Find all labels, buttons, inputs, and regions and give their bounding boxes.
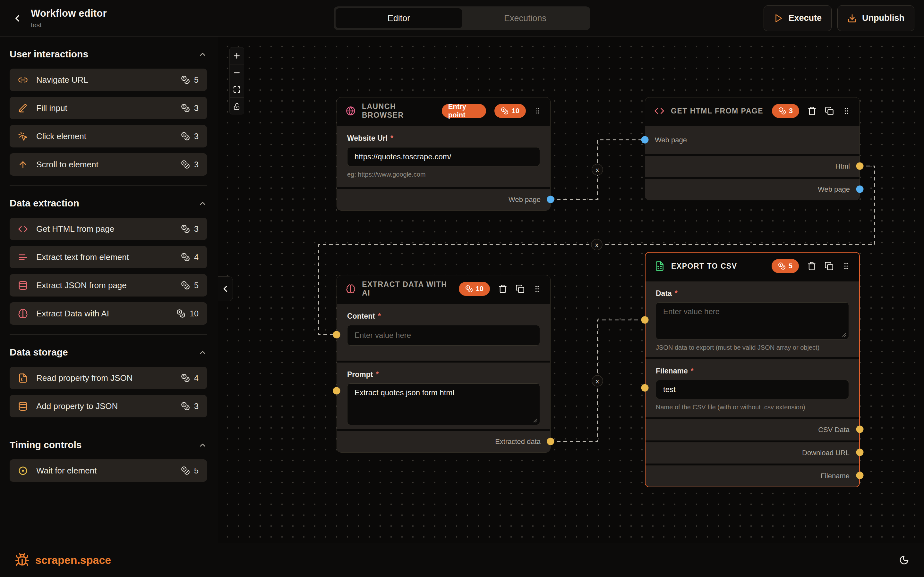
circle-dot-icon bbox=[18, 466, 28, 476]
palette-item-label: Add property to JSON bbox=[36, 401, 118, 411]
palette-item-label: Extract text from element bbox=[36, 252, 129, 262]
palette-item-get-html[interactable]: Get HTML from page 3 bbox=[10, 218, 207, 240]
duplicate-node-button[interactable] bbox=[825, 261, 834, 271]
view-tabs: Editor Executions bbox=[334, 6, 590, 30]
trash-icon bbox=[808, 106, 817, 115]
delete-node-button[interactable] bbox=[807, 261, 816, 271]
handle-extract-data-out[interactable] bbox=[547, 438, 554, 445]
palette-item-scroll-to-element[interactable]: Scroll to element 3 bbox=[10, 153, 207, 176]
node-field-prompt: Prompt* Extract quotes json form html bbox=[337, 363, 550, 429]
edge-delete-button[interactable]: x bbox=[592, 376, 603, 386]
handle-launch-webpage-out[interactable] bbox=[547, 196, 554, 203]
palette-item-add-property[interactable]: Add property to JSON 3 bbox=[10, 395, 207, 417]
palette-item-click-element[interactable]: Click element 3 bbox=[10, 125, 207, 147]
sidebar-collapse-button[interactable] bbox=[218, 276, 233, 301]
palette-item-extract-ai[interactable]: Extract Data with AI 10 bbox=[10, 302, 207, 325]
handle-csv-filename-out[interactable] bbox=[856, 472, 864, 479]
palette-item-fill-input[interactable]: Fill input 3 bbox=[10, 97, 207, 119]
handle-csv-data-in[interactable] bbox=[641, 316, 649, 324]
coins-icon bbox=[181, 160, 190, 169]
node-header[interactable]: GET HTML FROM PAGE 3 bbox=[645, 97, 859, 124]
execute-button[interactable]: Execute bbox=[764, 5, 832, 31]
section-title: Data storage bbox=[10, 347, 68, 358]
resize-handle-icon[interactable] bbox=[533, 418, 538, 423]
node-header[interactable]: LAUNCH BROWSER Entry point 10 bbox=[337, 97, 550, 124]
drag-handle-icon[interactable] bbox=[842, 107, 851, 115]
cost-count: 3 bbox=[194, 132, 199, 141]
edge-delete-button[interactable]: x bbox=[592, 164, 603, 175]
lock-toggle-button[interactable] bbox=[230, 97, 244, 114]
palette-item-navigate-url[interactable]: Navigate URL 5 bbox=[10, 69, 207, 91]
palette-item-wait-for-element[interactable]: Wait for element 5 bbox=[10, 459, 207, 482]
edge-delete-button[interactable]: x bbox=[591, 239, 602, 250]
node-extract-data-with-ai[interactable]: EXTRACT DATA WITH AI 10 Content* Enter v… bbox=[336, 275, 551, 453]
section-data-extraction[interactable]: Data extraction bbox=[10, 198, 207, 209]
workflow-canvas[interactable]: x x x LAUNCH BROWSER Entry point 10 bbox=[218, 37, 924, 543]
handle-csv-filename-in[interactable] bbox=[641, 384, 649, 392]
back-button[interactable] bbox=[10, 11, 25, 26]
zoom-in-button[interactable] bbox=[230, 47, 244, 64]
palette-item-extract-text[interactable]: Extract text from element 4 bbox=[10, 246, 207, 268]
output-extracted-data: Extracted data bbox=[337, 431, 550, 452]
handle-csv-csvdata-out[interactable] bbox=[856, 426, 864, 433]
chevron-up-icon[interactable] bbox=[198, 199, 207, 208]
node-header[interactable]: EXTRACT DATA WITH AI 10 bbox=[337, 276, 550, 302]
drag-handle-icon[interactable] bbox=[842, 262, 850, 270]
handle-gethtml-webpage-out[interactable] bbox=[856, 185, 864, 193]
top-bar: Workflow editor test Editor Executions E… bbox=[0, 0, 924, 37]
palette-item-label: Extract Data with AI bbox=[36, 309, 109, 319]
website-url-input[interactable]: https://quotes.toscrape.com/ bbox=[347, 147, 540, 166]
zoom-out-button[interactable] bbox=[230, 64, 244, 81]
tab-editor[interactable]: Editor bbox=[336, 8, 462, 28]
section-timing-controls[interactable]: Timing controls bbox=[10, 440, 207, 450]
palette-item-read-property[interactable]: Read property from JSON 4 bbox=[10, 367, 207, 389]
handle-gethtml-html-out[interactable] bbox=[856, 163, 864, 170]
section-user-interactions[interactable]: User interactions bbox=[10, 49, 207, 60]
tab-executions[interactable]: Executions bbox=[462, 8, 588, 28]
node-launch-browser[interactable]: LAUNCH BROWSER Entry point 10 Website Ur… bbox=[336, 97, 551, 211]
prompt-textarea[interactable]: Extract quotes json form html bbox=[347, 384, 540, 425]
fit-view-button[interactable] bbox=[230, 81, 244, 97]
node-export-to-csv[interactable]: EXPORT TO CSV 5 Data* Enter value here J… bbox=[645, 252, 860, 487]
handle-gethtml-webpage-in[interactable] bbox=[641, 136, 649, 143]
chevron-left-icon bbox=[12, 13, 23, 24]
cost-count: 3 bbox=[194, 402, 199, 411]
arrow-up-icon bbox=[18, 160, 28, 169]
theme-toggle-button[interactable] bbox=[899, 555, 909, 565]
handle-extract-content-in[interactable] bbox=[333, 331, 341, 338]
section-title: Data extraction bbox=[10, 198, 79, 209]
drag-handle-icon[interactable] bbox=[534, 107, 541, 115]
chevron-up-icon[interactable] bbox=[198, 348, 207, 357]
workflow-name: test bbox=[31, 21, 107, 29]
palette-item-label: Scroll to element bbox=[36, 160, 99, 169]
delete-node-button[interactable] bbox=[498, 284, 507, 293]
section-title: User interactions bbox=[10, 49, 88, 60]
resize-handle-icon[interactable] bbox=[842, 332, 846, 337]
drag-handle-icon[interactable] bbox=[533, 285, 541, 293]
handle-csv-downloadurl-out[interactable] bbox=[856, 449, 864, 456]
brand-logo: scrapen.space bbox=[15, 553, 111, 567]
required-asterisk: * bbox=[691, 367, 694, 376]
canvas-controls bbox=[229, 47, 244, 114]
chevron-up-icon[interactable] bbox=[198, 50, 207, 59]
palette-item-extract-json[interactable]: Extract JSON from page 5 bbox=[10, 274, 207, 297]
data-textarea[interactable]: Enter value here bbox=[656, 302, 849, 340]
node-title: GET HTML FROM PAGE bbox=[671, 107, 763, 115]
section-data-storage[interactable]: Data storage bbox=[10, 347, 207, 358]
coins-icon bbox=[181, 224, 190, 234]
duplicate-node-button[interactable] bbox=[515, 284, 525, 293]
node-field-website-url: Website Url* https://quotes.toscrape.com… bbox=[337, 126, 550, 187]
coins-icon bbox=[181, 281, 190, 290]
filename-input[interactable]: test bbox=[656, 380, 849, 399]
delete-node-button[interactable] bbox=[808, 106, 817, 115]
content-input[interactable]: Enter value here bbox=[347, 325, 540, 346]
duplicate-node-button[interactable] bbox=[825, 106, 834, 115]
unpublish-button[interactable]: Unpublish bbox=[837, 5, 914, 31]
cost-badge: 3 bbox=[772, 104, 799, 118]
coins-icon bbox=[181, 374, 190, 382]
node-get-html-from-page[interactable]: GET HTML FROM PAGE 3 Web page Html Web p… bbox=[645, 97, 860, 200]
execute-label: Execute bbox=[788, 13, 822, 23]
chevron-up-icon[interactable] bbox=[198, 441, 207, 450]
node-header[interactable]: EXPORT TO CSV 5 bbox=[646, 253, 859, 279]
handle-extract-prompt-in[interactable] bbox=[333, 387, 341, 395]
